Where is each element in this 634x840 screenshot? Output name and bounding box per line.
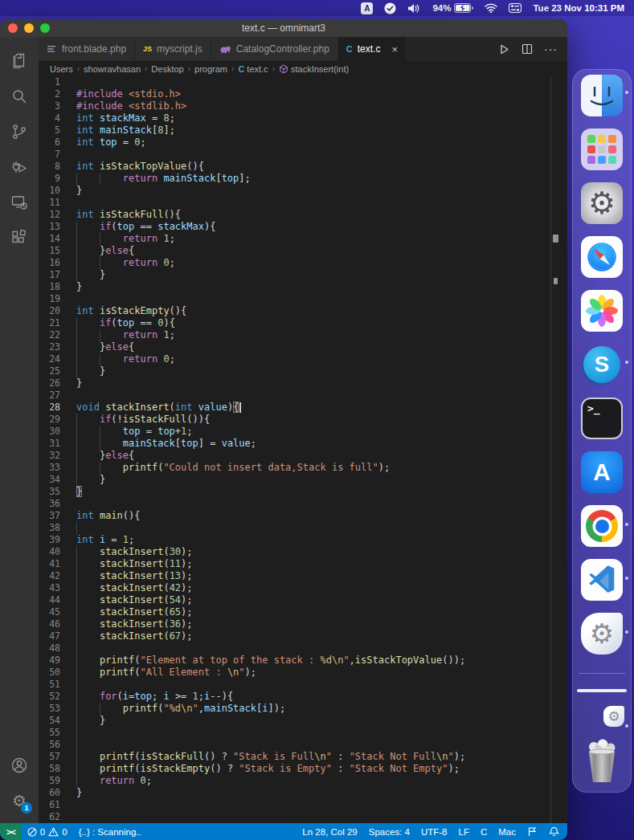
system-settings-dock-icon[interactable]: ⚙ (581, 182, 623, 224)
code-line[interactable]: 62 (39, 811, 567, 823)
minimized-window-bar[interactable] (577, 689, 627, 692)
code-line[interactable]: 42 stackInsert(13); (39, 570, 567, 582)
encoding[interactable]: UTF-8 (415, 827, 453, 837)
launchpad-dock-icon[interactable] (581, 128, 623, 170)
settings-gear-icon[interactable]: ⚙ 1 (0, 783, 39, 818)
code-line[interactable]: 26} (39, 377, 567, 389)
code-line[interactable]: 21 if(top == 0){ (39, 317, 567, 329)
tab-myscript-js[interactable]: JS myscript.js (135, 37, 211, 61)
window-title-bar[interactable]: text.c — omnimart3 (0, 19, 567, 37)
code-line[interactable]: 57 printf(isStackFull() ? "Stack is Full… (39, 751, 567, 763)
gear-utility-dock-icon[interactable]: ⚙ (581, 613, 623, 654)
code-line[interactable]: 47 stackInsert(67); (39, 630, 567, 642)
code-line[interactable]: 27 (39, 389, 567, 402)
code-line[interactable]: 23 }else{ (39, 341, 567, 353)
language-status[interactable]: {..} : Scanning.. (73, 823, 147, 840)
code-line[interactable]: 5int mainStack[8]; (39, 124, 567, 137)
source-control-icon[interactable] (0, 114, 39, 149)
skype-dock-icon[interactable]: S (581, 344, 623, 385)
code-line[interactable]: 11 (39, 197, 567, 209)
code-line[interactable]: 16 return 0; (39, 257, 567, 269)
remote-indicator[interactable]: >< (0, 823, 22, 840)
check-menu-extra[interactable] (384, 0, 396, 16)
code-line[interactable]: 35} (39, 486, 567, 498)
code-line[interactable]: 30 top = top+1; (39, 426, 567, 438)
code-line[interactable]: 60} (39, 787, 567, 799)
code-line[interactable]: 19 (39, 293, 567, 305)
code-line[interactable]: 44 stackInsert(54); (39, 594, 567, 606)
code-line[interactable]: 33 printf("Could not insert data,Stack i… (39, 462, 567, 474)
code-line[interactable]: 14 return 1; (39, 233, 567, 245)
code-line[interactable]: 51 (39, 679, 567, 691)
code-line[interactable]: 2#include <stdio.h> (39, 88, 567, 100)
more-actions-icon[interactable]: ··· (544, 43, 558, 55)
code-line[interactable]: 40 stackInsert(30); (39, 546, 567, 558)
finder-dock-icon[interactable] (581, 75, 623, 116)
code-line[interactable]: 7 (39, 149, 567, 161)
input-source-menu[interactable]: A (361, 0, 373, 16)
clock-menu[interactable]: Tue 23 Nov 10:31 PM (533, 0, 624, 16)
split-editor-icon[interactable] (522, 43, 533, 55)
battery-menu-extra[interactable]: 94% (432, 0, 473, 16)
breadcrumb-symbol[interactable]: stackInsert(int) (291, 64, 349, 74)
code-line[interactable]: 39int i = 1; (39, 534, 567, 546)
code-line[interactable]: 17 } (39, 269, 567, 281)
tab-front-blade-php[interactable]: front.blade.php (39, 37, 135, 61)
problems-indicator[interactable]: 0 0 (22, 823, 73, 840)
cursor-position[interactable]: Ln 28, Col 29 (297, 827, 362, 837)
code-line[interactable]: 34 } (39, 474, 567, 486)
trash-dock-icon[interactable] (581, 739, 623, 784)
breadcrumb-file[interactable]: text.c (247, 64, 268, 74)
code-line[interactable]: 36 (39, 498, 567, 510)
code-line[interactable]: 18} (39, 281, 567, 293)
breadcrumb-program[interactable]: program (194, 64, 227, 74)
code-line[interactable]: 59 return 0; (39, 775, 567, 787)
code-editor[interactable]: 12#include <stdio.h>3#include <stdlib.h>… (39, 76, 567, 823)
notifications-button[interactable] (543, 826, 567, 837)
run-file-icon[interactable] (498, 43, 510, 55)
terminal-dock-icon[interactable]: >_ (581, 398, 623, 439)
code-line[interactable]: 24 return 0; (39, 353, 567, 365)
explorer-icon[interactable] (0, 43, 39, 79)
code-line[interactable]: 52 for(i=top; i >= 1;i--){ (39, 691, 567, 703)
code-line[interactable]: 58 printf(isStackEmpty() ? "Stack is Emp… (39, 763, 567, 775)
scrollbar-track[interactable] (550, 76, 567, 823)
code-line[interactable]: 9 return mainStack[top]; (39, 173, 567, 185)
code-line[interactable]: 38 (39, 522, 567, 534)
code-line[interactable]: 3#include <stdlib.h> (39, 100, 567, 112)
code-line[interactable]: 50 printf("All Element : \n"); (39, 667, 567, 679)
code-line[interactable]: 54 } (39, 715, 567, 727)
minimized-gear-window[interactable]: ⚙ (603, 706, 624, 727)
code-line[interactable]: 6int top = 0; (39, 137, 567, 149)
code-line[interactable]: 10} (39, 185, 567, 197)
code-line[interactable]: 61 (39, 799, 567, 811)
code-line[interactable]: 25 } (39, 365, 567, 377)
tab-close-icon[interactable]: × (391, 44, 398, 55)
code-line[interactable]: 12int isStackFull(){ (39, 209, 567, 221)
safari-dock-icon[interactable] (581, 236, 623, 278)
code-line[interactable]: 32 }else{ (39, 450, 567, 462)
wifi-menu-extra[interactable] (485, 0, 497, 16)
code-line[interactable]: 46 stackInsert(36); (39, 618, 567, 630)
language-mode[interactable]: C (475, 827, 493, 837)
breadcrumb-users[interactable]: Users (50, 64, 73, 74)
extensions-icon[interactable] (0, 220, 39, 255)
code-line[interactable]: 13 if(top == stackMax){ (39, 221, 567, 233)
code-line[interactable]: 15 }else{ (39, 245, 567, 257)
breadcrumb-desktop[interactable]: Desktop (151, 64, 183, 74)
feedback-button[interactable] (522, 826, 543, 837)
vscode-dock-icon[interactable] (581, 559, 623, 601)
code-line[interactable]: 1 (39, 76, 567, 88)
code-line[interactable]: 29 if(!isStackFull()){ (39, 414, 567, 426)
code-line[interactable]: 53 printf("%d\n",mainStack[i]); (39, 703, 567, 715)
code-line[interactable]: 4int stackMax = 8; (39, 112, 567, 124)
code-line[interactable]: 45 stackInsert(65); (39, 606, 567, 618)
code-line[interactable]: 56 (39, 739, 567, 751)
eol-sequence[interactable]: LF (453, 827, 475, 837)
photos-dock-icon[interactable] (581, 290, 623, 332)
indentation[interactable]: Spaces: 4 (363, 827, 415, 837)
code-line[interactable]: 55 (39, 727, 567, 739)
accounts-icon[interactable] (0, 748, 39, 783)
chrome-dock-icon[interactable] (581, 505, 623, 547)
code-line[interactable]: 48 (39, 642, 567, 654)
